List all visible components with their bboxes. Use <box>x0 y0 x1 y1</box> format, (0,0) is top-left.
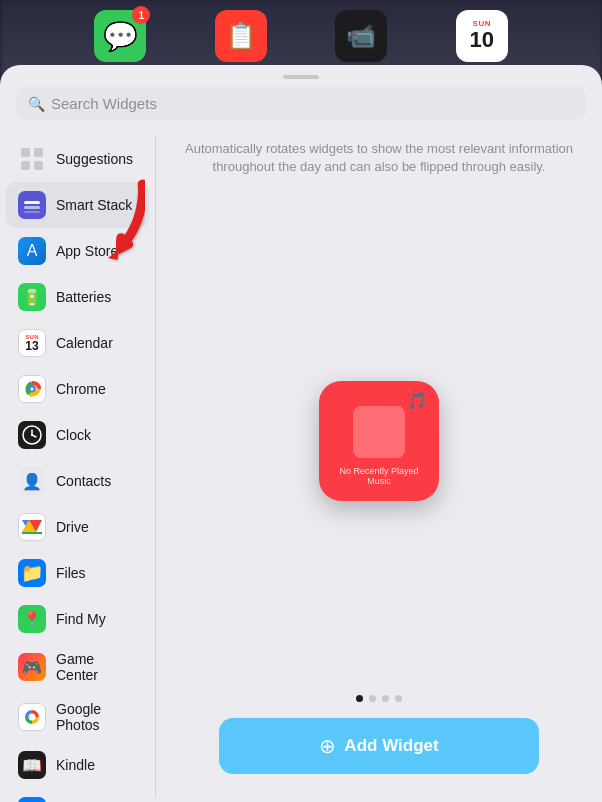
main-content-area: Automatically rotates widgets to show th… <box>156 132 602 802</box>
bg-icon-calendar: SUN 10 <box>456 10 508 62</box>
contacts-label: Contacts <box>56 473 111 489</box>
drive-label: Drive <box>56 519 89 535</box>
svg-point-15 <box>29 714 36 721</box>
messages-badge: 1 <box>132 6 150 24</box>
sidebar-item-game-center[interactable]: 🎮 Game Center <box>6 642 149 692</box>
sidebar-item-batteries[interactable]: 🔋 Batteries <box>6 274 149 320</box>
batteries-icon: 🔋 <box>18 283 46 311</box>
svg-rect-2 <box>21 161 30 170</box>
kindle-icon: 📖 <box>18 751 46 779</box>
search-icon: 🔍 <box>28 96 45 112</box>
svg-rect-0 <box>21 148 30 157</box>
google-photos-icon <box>18 703 46 731</box>
find-my-label: Find My <box>56 611 106 627</box>
chrome-label: Chrome <box>56 381 106 397</box>
calendar-icon: SUN 13 <box>18 329 46 357</box>
google-photos-label: Google Photos <box>56 701 137 733</box>
page-dots <box>356 695 402 702</box>
add-widget-label: Add Widget <box>344 736 438 756</box>
svg-rect-4 <box>24 201 40 204</box>
sidebar-item-chrome[interactable]: Chrome <box>6 366 149 412</box>
files-icon: 📁 <box>18 559 46 587</box>
sidebar-item-calendar[interactable]: SUN 13 Calendar <box>6 320 149 366</box>
search-bar[interactable]: 🔍 Search Widgets <box>16 87 586 120</box>
files-label: Files <box>56 565 86 581</box>
mail-icon: ✉️ <box>18 797 46 802</box>
widget-preview-area: 🎵 No Recently Played Music <box>319 196 439 685</box>
kindle-label: Kindle <box>56 757 95 773</box>
batteries-label: Batteries <box>56 289 111 305</box>
sidebar-item-mail[interactable]: ✉️ Mail <box>6 788 149 802</box>
game-center-icon: 🎮 <box>18 653 46 681</box>
sidebar-item-files[interactable]: 📁 Files <box>6 550 149 596</box>
svg-point-10 <box>31 388 34 391</box>
contacts-icon: 👤 <box>18 467 46 495</box>
add-icon: ⊕ <box>319 734 336 758</box>
widget-panel: 🔍 Search Widgets Suggestions <box>0 65 602 802</box>
dot-3 <box>382 695 389 702</box>
dot-2 <box>369 695 376 702</box>
chrome-icon <box>18 375 46 403</box>
app-store-label: App Store <box>56 243 118 259</box>
dot-1 <box>356 695 363 702</box>
calendar-label: Calendar <box>56 335 113 351</box>
suggestions-label: Suggestions <box>56 151 133 167</box>
sidebar-item-kindle[interactable]: 📖 Kindle <box>6 742 149 788</box>
game-center-label: Game Center <box>56 651 137 683</box>
widget-no-music-text: No Recently Played Music <box>329 466 429 486</box>
bg-icon-reminders: 📋 <box>215 10 267 62</box>
panel-handle <box>283 75 319 79</box>
search-placeholder: Search Widgets <box>51 95 157 112</box>
widget-description: Automatically rotates widgets to show th… <box>172 140 586 176</box>
sidebar-item-contacts[interactable]: 👤 Contacts <box>6 458 149 504</box>
music-note-icon: 🎵 <box>407 391 427 410</box>
background-icons: 💬 1 📋 📹 SUN 10 <box>0 10 602 62</box>
app-store-icon: A <box>18 237 46 265</box>
bg-icon-facetime: 📹 <box>335 10 387 62</box>
sidebar: Suggestions Smart Stack A App Sto <box>0 132 155 802</box>
smart-stack-icon <box>18 191 46 219</box>
svg-rect-6 <box>24 211 40 213</box>
sidebar-item-google-photos[interactable]: Google Photos <box>6 692 149 742</box>
add-widget-button[interactable]: ⊕ Add Widget <box>219 718 539 774</box>
sidebar-item-drive[interactable]: Drive <box>6 504 149 550</box>
suggestions-icon <box>18 145 46 173</box>
music-widget: 🎵 No Recently Played Music <box>319 381 439 501</box>
panel-content: Suggestions Smart Stack A App Sto <box>0 132 602 802</box>
svg-point-14 <box>31 434 33 436</box>
svg-rect-1 <box>34 148 43 157</box>
sidebar-item-clock[interactable]: Clock <box>6 412 149 458</box>
svg-rect-3 <box>34 161 43 170</box>
sidebar-item-suggestions[interactable]: Suggestions <box>6 136 149 182</box>
sidebar-item-find-my[interactable]: 📍 Find My <box>6 596 149 642</box>
clock-label: Clock <box>56 427 91 443</box>
find-my-icon: 📍 <box>18 605 46 633</box>
dot-4 <box>395 695 402 702</box>
clock-icon <box>18 421 46 449</box>
album-art <box>353 406 405 458</box>
smart-stack-label: Smart Stack <box>56 197 132 213</box>
drive-icon <box>18 513 46 541</box>
sidebar-item-smart-stack[interactable]: Smart Stack <box>6 182 149 228</box>
svg-rect-5 <box>24 206 40 209</box>
sidebar-item-app-store[interactable]: A App Store <box>6 228 149 274</box>
bg-icon-messages: 💬 1 <box>94 10 146 62</box>
